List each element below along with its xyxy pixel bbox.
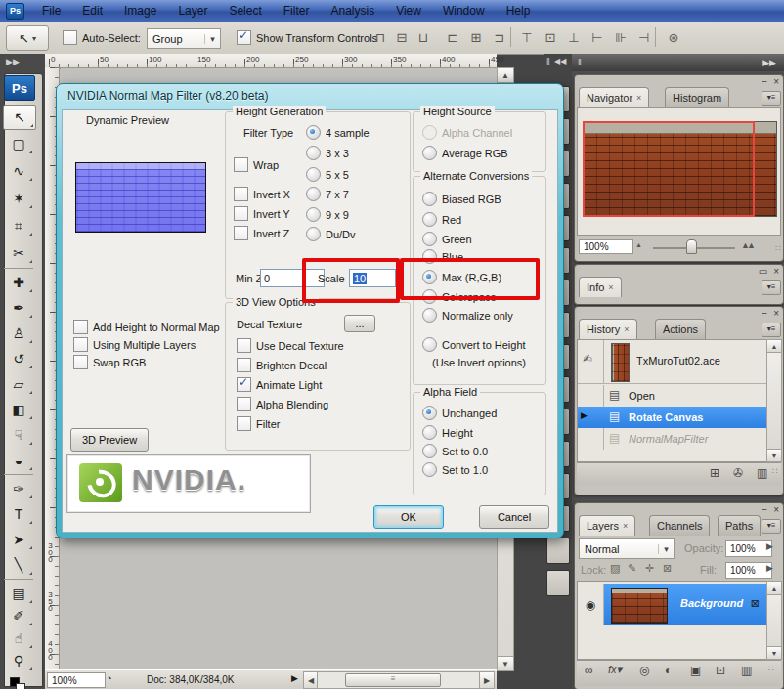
tool-eyedropper[interactable]: ✐ <box>3 604 34 627</box>
distribute-horizontal-centers-icon[interactable]: ⊪ <box>610 28 632 48</box>
ok-button[interactable]: OK <box>373 505 444 529</box>
zoom-out-icon[interactable]: ▲ <box>635 241 642 248</box>
opacity-field[interactable]: 100% <box>725 540 772 557</box>
menu-help[interactable]: Help <box>496 4 542 18</box>
distribute-right-edges-icon[interactable]: ⊣ <box>633 28 655 48</box>
tool-dodge[interactable]: ◒ <box>3 449 34 472</box>
panel-menu-icon[interactable]: ▾≡ <box>762 519 781 534</box>
tab-navigator[interactable]: Navigator × <box>579 87 649 108</box>
status-play-icon[interactable]: ▶ <box>291 673 298 683</box>
history-state-normal-map-filter[interactable]: ▤ NormalMapFilter <box>578 428 767 450</box>
dock-panel-button[interactable] <box>546 538 570 564</box>
scroll-up-icon[interactable]: ▲ <box>497 67 514 83</box>
lock-transparency-icon[interactable]: ▨ <box>610 562 620 575</box>
tool-rectangular-marquee[interactable]: ▢ <box>3 132 34 155</box>
close-panel-icon[interactable]: × <box>773 76 779 87</box>
distribute-bottom-edges-icon[interactable]: ⊥ <box>563 28 585 48</box>
tool-move[interactable]: ↖ <box>3 105 36 130</box>
panel-menu-icon[interactable]: ▾≡ <box>762 280 781 295</box>
tool-path-selection[interactable]: ➤ <box>3 528 34 551</box>
tab-paths[interactable]: Paths <box>718 515 761 536</box>
layer-thumbnail[interactable] <box>611 588 668 624</box>
menu-edit[interactable]: Edit <box>71 4 113 18</box>
minimize-panel-icon[interactable]: − <box>762 504 767 515</box>
minimize-panel-icon[interactable]: − <box>762 308 767 319</box>
scroll-down-icon[interactable]: ▼ <box>766 449 782 462</box>
fill-field[interactable]: 100% <box>725 562 772 579</box>
distribute-top-edges-icon[interactable]: ⊤ <box>516 28 538 48</box>
new-group-icon[interactable]: ▣ <box>690 664 701 677</box>
checkbox-swap-rgb[interactable]: Swap RGB <box>73 355 146 369</box>
scroll-right-icon[interactable]: ▶ <box>479 671 495 689</box>
radio-filter-7x7[interactable]: 7 x 7 <box>306 187 349 201</box>
radio-green[interactable]: Green <box>422 232 472 246</box>
tool-preset-picker[interactable]: ↖ ▾ <box>6 25 49 51</box>
menu-file[interactable]: File <box>31 4 71 18</box>
tool-eraser[interactable]: ▱ <box>3 372 34 396</box>
zoom-slider-thumb[interactable] <box>686 239 697 254</box>
new-snapshot-icon[interactable]: ✇ <box>733 466 743 480</box>
doc-size-info[interactable]: Doc: 384,0K/384,0K <box>147 674 235 685</box>
scrollbar-thumb[interactable]: ≡ <box>345 673 441 687</box>
history-state-rotate-canvas[interactable]: ▶ ▤ Rotate Canvas <box>578 407 767 428</box>
radio-set-to-1[interactable]: Set to 1.0 <box>422 462 488 477</box>
checkbox-invert-z[interactable]: Invert Z <box>234 226 289 240</box>
tab-history[interactable]: History × <box>579 319 637 339</box>
radio-unchanged[interactable]: Unchanged <box>422 406 497 420</box>
tool-spot-healing-brush[interactable]: ✚ <box>3 271 34 294</box>
radio-filter-3x3[interactable]: 3 x 3 <box>306 146 349 160</box>
minimize-panel-icon[interactable]: − <box>762 76 767 87</box>
opacity-spinner-icon[interactable]: ▶ <box>766 541 773 551</box>
checkbox-animate-light[interactable]: Animate Light <box>237 377 322 392</box>
adjustment-layer-icon[interactable]: ◐ <box>665 664 672 677</box>
radio-filter-5x5[interactable]: 5 x 5 <box>306 167 349 182</box>
close-panel-icon[interactable]: × <box>773 266 779 277</box>
radio-convert-to-height[interactable]: Convert to Height <box>422 337 526 352</box>
tab-layers[interactable]: Layers × <box>579 515 635 536</box>
tab-channels[interactable]: Channels <box>649 515 710 536</box>
cancel-button[interactable]: Cancel <box>479 505 549 529</box>
eye-icon[interactable]: ◉ <box>586 598 595 612</box>
resize-grip-icon[interactable]: ∷ <box>775 243 781 253</box>
close-panel-icon[interactable]: × <box>773 504 779 515</box>
scroll-up-icon[interactable]: ▲ <box>766 339 782 353</box>
dock-panel-button[interactable] <box>546 570 570 596</box>
new-document-from-state-icon[interactable]: ⊞ <box>710 466 719 480</box>
radio-filter-dudv[interactable]: Du/Dv <box>306 227 356 241</box>
menu-layer[interactable]: Layer <box>167 4 218 18</box>
history-source-icon[interactable]: ✍ <box>583 352 592 366</box>
new-layer-icon[interactable]: ⊡ <box>716 664 725 677</box>
panel-menu-icon[interactable]: ▾≡ <box>762 323 781 337</box>
close-panel-icon[interactable]: × <box>773 308 779 319</box>
radio-filter-4-sample[interactable]: 4 sample <box>306 125 370 140</box>
tool-notes[interactable]: ▤ <box>3 581 34 605</box>
checkbox-alpha-blending[interactable]: Alpha Blending <box>237 397 328 411</box>
app-icon[interactable]: Ps <box>6 3 24 20</box>
checkbox-brighten-decal[interactable]: Brighten Decal <box>237 358 327 372</box>
menu-view[interactable]: View <box>385 4 432 18</box>
align-top-edges-icon[interactable]: ⊓ <box>370 28 391 48</box>
history-snapshot-row[interactable]: ✍ TxMuroTut02.ace <box>578 340 767 384</box>
menu-image[interactable]: Image <box>113 4 167 18</box>
layer-row-background[interactable]: ◉ Background ⊠ <box>578 584 767 625</box>
fill-spinner-icon[interactable]: ▶ <box>766 563 773 573</box>
history-scrollbar[interactable] <box>766 339 782 462</box>
layer-style-icon[interactable]: fx▾ <box>608 664 622 676</box>
layer-name[interactable]: Background <box>680 597 743 609</box>
tool-lasso[interactable]: ∿ <box>3 159 34 183</box>
tool-gradient[interactable]: ◧ <box>3 398 34 421</box>
tool-clone-stamp[interactable]: ♙ <box>3 322 34 345</box>
tool-type[interactable]: T <box>3 502 34 526</box>
scroll-down-icon[interactable]: ▼ <box>766 646 782 660</box>
resize-grip-icon[interactable]: ∷ <box>772 466 778 476</box>
auto-align-layers-icon[interactable]: ⊛ <box>663 28 684 48</box>
tool-smudge[interactable]: ☟ <box>3 423 34 447</box>
collapse-dock-icon[interactable]: ◀◀ <box>554 57 566 65</box>
radio-average-rgb[interactable]: Average RGB <box>422 146 508 160</box>
checkbox-using-multiple-layers[interactable]: Using Multiple Layers <box>73 337 196 352</box>
checkbox-filter[interactable]: Filter <box>237 416 280 431</box>
checkbox-add-height-to-normal-map[interactable]: Add Height to Normal Map <box>73 320 220 334</box>
lock-all-icon[interactable]: ⊠ <box>663 562 672 575</box>
tool-hand[interactable]: ☝ <box>3 626 34 650</box>
close-tab-icon[interactable]: × <box>623 521 628 531</box>
